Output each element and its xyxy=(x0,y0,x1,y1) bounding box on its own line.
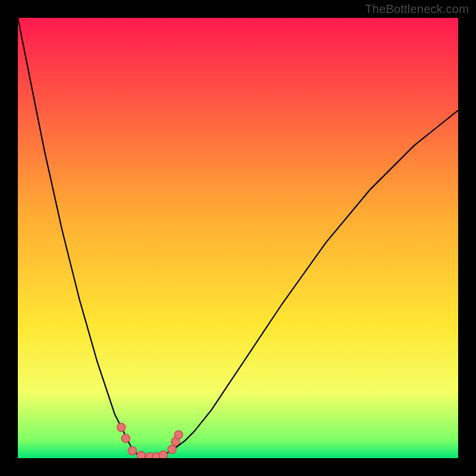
data-marker xyxy=(168,445,176,453)
plot-area xyxy=(18,18,458,458)
watermark-text: TheBottleneck.com xyxy=(365,2,469,16)
data-marker xyxy=(174,431,183,439)
data-marker xyxy=(117,423,126,431)
data-marker xyxy=(128,446,136,455)
data-marker xyxy=(121,434,130,443)
data-marker xyxy=(137,452,145,458)
chart-container: TheBottleneck.com xyxy=(0,0,476,476)
plot-background xyxy=(18,18,458,458)
data-marker xyxy=(159,451,167,458)
chart-svg xyxy=(18,18,458,458)
